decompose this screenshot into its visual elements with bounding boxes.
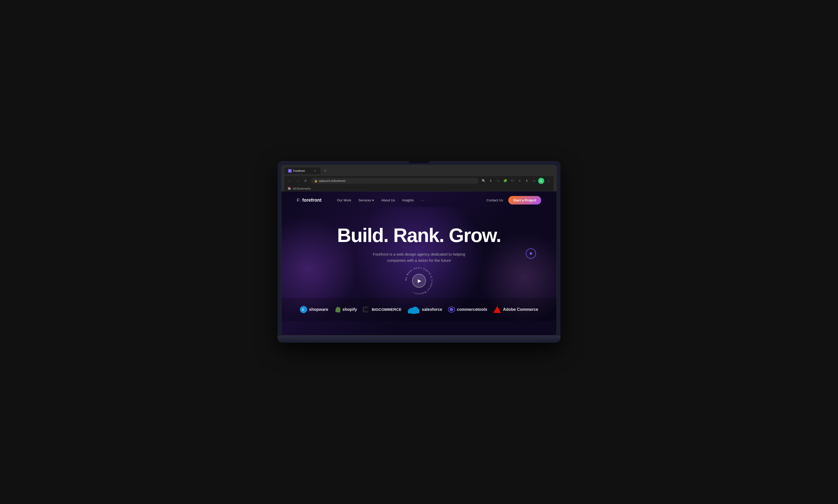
tab-title: Forefront	[293, 169, 305, 173]
profile-button[interactable]: C	[538, 178, 544, 184]
back-button[interactable]: ←	[287, 178, 293, 184]
reload-button[interactable]: ↺	[302, 178, 309, 184]
tab-close-button[interactable]: ✕	[313, 169, 317, 173]
nav-more-button[interactable]: ···	[421, 198, 424, 203]
nav-our-work[interactable]: Our Work	[337, 198, 351, 202]
bookmarks-label: All Bookmarks	[293, 187, 311, 190]
site-logo[interactable]: F: forefront	[297, 198, 322, 203]
reader-button[interactable]: ≡	[516, 178, 523, 184]
bookmarks-bar: 📚 All Bookmarks	[285, 186, 553, 191]
hero-section: Build. Rank. Grow. Forefront is a web de…	[281, 209, 557, 298]
logo-icon: F:	[297, 198, 301, 203]
play-button[interactable]: ▶	[412, 274, 426, 288]
forward-button[interactable]: →	[294, 178, 301, 184]
bookmarks-icon: 📚	[288, 187, 291, 190]
brand-shopify: shopify	[334, 306, 357, 313]
svg-marker-13	[493, 306, 501, 313]
new-tab-button[interactable]: +	[322, 167, 329, 175]
browser-chrome: F Forefront ✕ + ← → ↺ 🔒 wpbunch.in/foref…	[281, 165, 557, 191]
brand-adobe-commerce: Adobe Commerce	[493, 306, 538, 313]
laptop-base	[277, 336, 561, 343]
share-button[interactable]: ⬆	[488, 178, 494, 184]
svg-rect-10	[408, 310, 419, 313]
shopware-logo-icon: S	[300, 306, 307, 313]
start-project-button[interactable]: Start a Project	[508, 196, 541, 204]
website-content: F: forefront Our Work Services ▾ About U…	[281, 191, 557, 335]
sidebar-button[interactable]: ▭	[531, 178, 537, 184]
brand-shopware: S shopware	[300, 306, 328, 313]
chevron-down-icon: ▾	[372, 198, 374, 202]
logo-text: forefront	[302, 198, 322, 203]
shopify-text: shopify	[342, 307, 357, 312]
shopware-text: shopware	[309, 307, 328, 312]
bookmark-button[interactable]: ☆	[495, 178, 501, 184]
laptop-notch	[409, 161, 429, 163]
active-tab[interactable]: F Forefront ✕	[285, 167, 321, 174]
brand-bigcommerce: BIGCOMMERCE	[363, 307, 401, 312]
adobe-logo-icon	[493, 306, 501, 313]
hero-title: Build. Rank. Grow.	[287, 224, 551, 246]
menu-button[interactable]: ⋮	[545, 178, 551, 184]
commercetools-logo-icon	[448, 306, 455, 313]
contact-link[interactable]: Contact Us	[486, 198, 503, 202]
nav-buttons: ← → ↺	[287, 178, 309, 184]
shopify-logo-icon	[334, 306, 340, 313]
browser-toolbar: ← → ↺ 🔒 wpbunch.in/forefront/ 🔍 ⬆ ☆ 🧩 🛡 …	[285, 176, 553, 186]
bigcommerce-text: BIGCOMMERCE	[372, 307, 401, 311]
nav-insights[interactable]: Insights	[402, 198, 414, 202]
hero-subtitle: Forefront is a web design agency dedicat…	[370, 251, 468, 264]
laptop-frame: F Forefront ✕ + ← → ↺ 🔒 wpbunch.in/foref…	[277, 161, 561, 343]
address-bar[interactable]: 🔒 wpbunch.in/forefront/	[311, 178, 478, 184]
lock-icon: 🔒	[314, 180, 318, 182]
extensions-button[interactable]: 🧩	[502, 178, 508, 184]
adobe-commerce-text: Adobe Commerce	[503, 307, 538, 312]
floating-dot-inner	[530, 252, 532, 255]
tab-favicon: F	[288, 169, 292, 173]
shield-button[interactable]: 🛡	[509, 178, 515, 184]
site-navigation: F: forefront Our Work Services ▾ About U…	[281, 191, 557, 209]
floating-dot	[526, 248, 536, 259]
browser-tabs: F Forefront ✕ +	[285, 167, 553, 175]
salesforce-text: salesforce	[422, 307, 442, 312]
brand-commercetools: commercetools	[448, 306, 487, 313]
salesforce-logo-icon	[407, 305, 420, 314]
nav-links: Our Work Services ▾ About Us Insights ··…	[337, 198, 424, 203]
bigcommerce-logo-icon	[363, 307, 370, 312]
search-button[interactable]: 🔍	[480, 178, 486, 184]
address-text: wpbunch.in/forefront/	[319, 179, 345, 182]
nav-right: Contact Us Start a Project	[486, 196, 541, 204]
download-button[interactable]: ⬇	[524, 178, 530, 184]
svg-text:S: S	[302, 308, 304, 311]
brand-logos-section: S shopware shopify	[281, 298, 557, 321]
nav-about-us[interactable]: About Us	[381, 198, 395, 202]
brand-salesforce: salesforce	[407, 305, 442, 314]
commercetools-text: commercetools	[457, 307, 487, 312]
laptop-screen: F Forefront ✕ + ← → ↺ 🔒 wpbunch.in/foref…	[281, 165, 557, 336]
svg-marker-12	[450, 308, 453, 311]
nav-services[interactable]: Services ▾	[359, 198, 374, 202]
play-icon: ▶	[418, 278, 421, 284]
browser-actions: 🔍 ⬆ ☆ 🧩 🛡 ≡ ⬇ ▭ C ⋮	[480, 178, 551, 184]
play-button-container: We Make Smart Digital & Creative Website…	[402, 274, 436, 288]
